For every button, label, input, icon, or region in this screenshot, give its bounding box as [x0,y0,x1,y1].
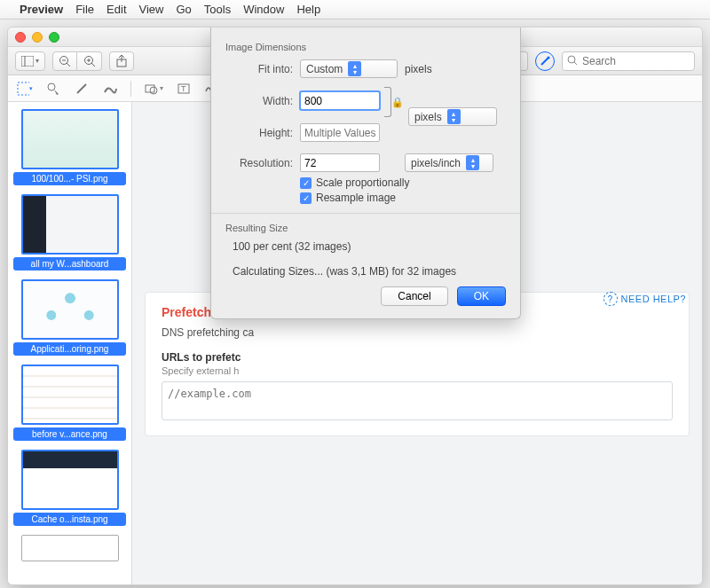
svg-point-17 [150,87,157,94]
svg-point-12 [568,56,575,63]
dialog-separator [211,213,520,214]
thumbnail-label: before v...ance.png [13,427,126,441]
sidebar-view-button[interactable]: ▾ [15,51,45,71]
thumbnail-label: all my W...ashboard [13,257,126,270]
svg-line-6 [91,63,95,67]
width-row: Width: [225,91,380,110]
resolution-label: Resolution: [225,157,293,169]
fit-into-unit: pixels [405,63,432,75]
section-label: URLs to prefetc [162,351,673,364]
menu-file[interactable]: File [75,3,94,16]
ok-button[interactable]: OK [457,286,506,306]
svg-line-13 [574,62,577,65]
image-dimensions-label: Image Dimensions [225,42,506,52]
height-row: Height: [225,123,380,142]
zoom-window-button[interactable] [49,32,59,43]
menu-go[interactable]: Go [176,3,191,16]
dimension-unit-value: pixels [414,111,442,123]
app-menu[interactable]: Preview [20,3,63,16]
resample-image-label: Resample image [316,192,396,204]
width-input[interactable] [300,91,380,110]
search-icon [567,55,578,66]
resolution-input[interactable] [300,153,380,172]
thumbnail-image [21,194,119,255]
thumbnail-image [21,535,119,561]
resulting-size-label: Resulting Size [225,223,506,233]
thumbnail-sidebar[interactable]: 100/100...- PSI.png all my W...ashboard … [8,102,132,584]
thumbnail-image [21,450,119,510]
lock-aspect-group: 🔒 [383,87,405,117]
fit-into-row: Fit into: Custom ▴▾ pixels [225,59,506,78]
thumbnail-item[interactable]: before v...ance.png [13,365,126,441]
help-icon: ? [604,292,618,306]
thumbnail-image [21,109,119,169]
system-menubar: Preview File Edit View Go Tools Window H… [0,0,710,20]
zoom-group [52,51,102,71]
dialog-buttons: Cancel OK [225,286,506,306]
resolution-unit-select[interactable]: pixels/inch ▴▾ [405,153,493,172]
card-subtitle: DNS prefetching ca [162,326,673,339]
thumbnail-item[interactable] [13,535,126,561]
width-label: Width: [225,95,293,107]
preview-window: prefetch dns requests.png (32 documents,… [7,27,703,585]
height-label: Height: [225,127,293,139]
urls-textarea[interactable] [162,381,673,420]
dimension-unit-select[interactable]: pixels ▴▾ [408,107,497,126]
scale-proportionally-label: Scale proportionally [316,176,409,189]
thumbnail-item[interactable]: all my W...ashboard [13,194,126,270]
thumbnail-label: Cache o...insta.png [13,513,126,526]
thumbnail-image [21,365,119,425]
menu-help[interactable]: Help [296,3,320,16]
result-percent: 100 per cent (32 images) [233,240,506,253]
result-calculating: Calculating Sizes... (was 3,1 MB) for 32… [233,265,506,278]
search-input[interactable] [562,51,695,71]
minimize-window-button[interactable] [32,32,43,43]
share-button[interactable] [109,51,134,71]
menu-edit[interactable]: Edit [106,3,126,16]
zoom-out-button[interactable] [52,51,77,71]
select-caret-icon: ▴▾ [466,155,479,170]
markup-toolbar-toggle[interactable] [535,51,555,71]
shapes-menu[interactable]: ▾ [144,82,163,96]
svg-line-3 [67,63,70,67]
checkbox-checked-icon: ✓ [300,192,312,204]
instant-alpha-icon[interactable] [45,81,61,97]
height-input[interactable] [300,123,380,142]
fit-into-label: Fit into: [225,63,293,75]
section-hint: Specify external h [162,365,673,376]
fit-into-select[interactable]: Custom ▴▾ [300,59,398,78]
pencil-icon[interactable] [74,81,90,97]
draw-icon[interactable] [102,81,118,97]
thumbnail-image [21,279,119,340]
resample-image-row[interactable]: ✓ Resample image [300,192,506,204]
window-controls [15,32,59,43]
selection-tool-icon[interactable]: ▾ [17,81,33,97]
menu-tools[interactable]: Tools [204,3,231,16]
svg-rect-0 [21,56,34,67]
fit-into-value: Custom [306,63,343,75]
svg-text:T: T [181,84,186,93]
cancel-button[interactable]: Cancel [381,286,447,306]
scale-proportionally-row[interactable]: ✓ Scale proportionally [300,176,506,189]
select-caret-icon: ▴▾ [348,61,361,76]
svg-rect-14 [18,82,29,95]
text-tool-icon[interactable]: T [176,81,192,97]
menu-window[interactable]: Window [243,3,284,16]
thumbnail-item[interactable]: 100/100...- PSI.png [13,109,126,185]
svg-point-15 [48,83,55,90]
adjust-size-dialog: Image Dimensions Fit into: Custom ▴▾ pix… [210,27,521,319]
thumbnail-label: 100/100...- PSI.png [13,172,126,185]
separator [130,81,131,97]
thumbnail-item[interactable]: Applicati...oring.png [13,279,126,356]
resolution-row: Resolution: pixels/inch ▴▾ [225,153,506,172]
svg-point-11 [548,56,550,59]
resolution-unit-value: pixels/inch [411,157,461,169]
need-help-link[interactable]: ? NEED HELP? [604,292,686,306]
search-field-wrap [562,51,695,71]
thumbnail-item[interactable]: Cache o...insta.png [13,450,126,526]
zoom-in-button[interactable] [77,51,102,71]
close-window-button[interactable] [15,32,26,43]
help-label: NEED HELP? [621,294,686,304]
menu-view[interactable]: View [139,3,164,16]
lock-icon[interactable]: 🔒 [391,97,404,108]
